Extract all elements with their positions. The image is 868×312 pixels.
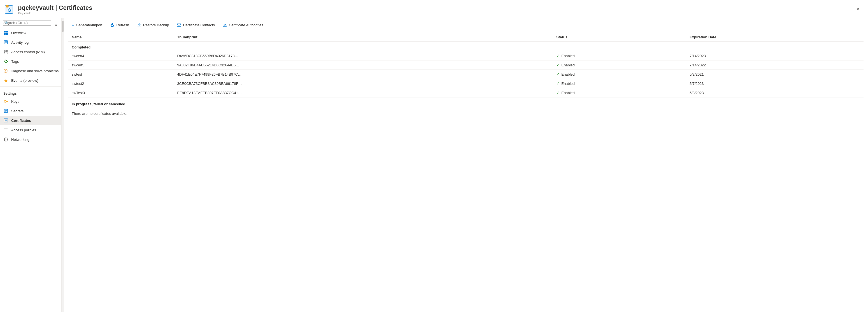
- diagnose-icon: [3, 68, 8, 73]
- sidebar-item-keys[interactable]: Keys: [0, 97, 61, 106]
- settings-section-title: Settings: [0, 88, 61, 97]
- cert-status-4: ✓ Enabled: [553, 88, 686, 97]
- toolbar: + Generate/Import Refresh Restore Backup: [64, 18, 868, 32]
- cert-status-label-2: Enabled: [561, 72, 575, 76]
- app-header: pqckeyvault | Certificates Key vault ×: [0, 0, 868, 18]
- col-status: Status: [553, 32, 686, 42]
- sidebar: 🔍 « Overview Activity log: [0, 18, 62, 312]
- sidebar-item-activity-log-label: Activity log: [11, 40, 29, 44]
- col-expiration: Expiration Date: [686, 32, 864, 42]
- sidebar-item-networking[interactable]: Networking: [0, 135, 61, 144]
- table-row[interactable]: swtest 4DF41E04E7F7499F26FB7B14B97C… ✓ E…: [68, 70, 864, 79]
- cert-expiration-4: 5/8/2023: [686, 88, 864, 97]
- collapse-button[interactable]: «: [51, 20, 60, 29]
- refresh-label: Refresh: [116, 23, 129, 27]
- svg-rect-30: [4, 119, 8, 122]
- refresh-icon: [110, 22, 115, 27]
- sidebar-nav: Overview Activity log Access control (IA…: [0, 28, 61, 312]
- cert-status-0: ✓ Enabled: [553, 51, 686, 61]
- sidebar-item-events-label: Events (preview): [11, 79, 38, 83]
- col-name: Name: [68, 32, 174, 42]
- cert-name-2: swtest: [68, 70, 174, 79]
- page-title: pqckeyvault | Certificates: [18, 4, 92, 11]
- generate-import-label: Generate/Import: [76, 23, 102, 27]
- svg-rect-8: [6, 33, 8, 35]
- overview-icon: [3, 30, 8, 35]
- table-header-row: Name Thumbprint Status Expiration Date: [68, 32, 864, 42]
- certificate-authorities-label: Certificate Authorities: [229, 23, 263, 27]
- table-row[interactable]: swtest2 3CE0CBA73CFBB8AC39BEA66178F… ✓ E…: [68, 79, 864, 88]
- svg-marker-20: [4, 79, 8, 82]
- sidebar-scrollbar[interactable]: [62, 18, 64, 312]
- cert-thumbprint-3: 3CE0CBA73CFBB8AC39BEA66178F…: [174, 79, 553, 88]
- certificate-contacts-button[interactable]: Certificate Contacts: [174, 21, 218, 29]
- svg-rect-6: [6, 31, 8, 32]
- cert-expiration-3: 5/7/2023: [686, 79, 864, 88]
- sidebar-item-networking-label: Networking: [11, 137, 29, 142]
- cert-status-label-1: Enabled: [561, 63, 575, 67]
- keys-icon: [3, 99, 8, 104]
- sidebar-item-diagnose-label: Diagnose and solve problems: [11, 69, 59, 73]
- sidebar-item-diagnose[interactable]: Diagnose and solve problems: [0, 66, 61, 75]
- certificate-contacts-label: Certificate Contacts: [183, 23, 215, 27]
- table-row[interactable]: swcert5 9A332F86D4AC55214D6C32644E5… ✓ E…: [68, 61, 864, 70]
- sidebar-item-tags[interactable]: Tags: [0, 57, 61, 66]
- scroll-thumb: [62, 21, 64, 32]
- events-icon: [3, 78, 8, 83]
- restore-backup-button[interactable]: Restore Backup: [133, 21, 173, 29]
- check-icon-2: ✓: [556, 72, 560, 76]
- cert-name-1: swcert5: [68, 61, 174, 70]
- table-row[interactable]: swcert4 D4A6DC818CB569B8D4326D3173… ✓ En…: [68, 51, 864, 61]
- sidebar-item-access-policies[interactable]: Access policies: [0, 125, 61, 135]
- close-button[interactable]: ×: [854, 5, 862, 14]
- cert-expiration-1: 7/14/2022: [686, 61, 864, 70]
- certificates-table: Name Thumbprint Status Expiration Date C…: [68, 32, 864, 119]
- sidebar-item-keys-label: Keys: [11, 99, 19, 104]
- certificate-authorities-button[interactable]: Certificate Authorities: [219, 21, 267, 29]
- certificates-icon: [3, 118, 8, 123]
- activity-log-icon: [3, 40, 8, 45]
- search-wrap: 🔍: [3, 20, 59, 26]
- col-thumbprint: Thumbprint: [174, 32, 553, 42]
- cert-thumbprint-2: 4DF41E04E7F7499F26FB7B14B97C…: [174, 70, 553, 79]
- svg-point-21: [4, 100, 6, 102]
- sidebar-item-overview[interactable]: Overview: [0, 28, 61, 37]
- main-content: + Generate/Import Refresh Restore Backup: [64, 18, 868, 312]
- refresh-button[interactable]: Refresh: [107, 21, 132, 29]
- svg-rect-7: [4, 33, 6, 35]
- check-icon-4: ✓: [556, 90, 560, 95]
- in-progress-section-header: In progress, failed or cancelled: [68, 97, 864, 108]
- key-vault-icon: [4, 4, 14, 14]
- svg-rect-1: [6, 5, 8, 7]
- svg-rect-4: [10, 10, 11, 11]
- svg-rect-5: [4, 31, 6, 32]
- search-input[interactable]: [3, 20, 51, 26]
- sidebar-item-secrets[interactable]: Secrets: [0, 106, 61, 116]
- sidebar-top: 🔍 «: [0, 18, 61, 28]
- search-icon: 🔍: [5, 21, 9, 25]
- sidebar-item-activity-log[interactable]: Activity log: [0, 37, 61, 47]
- sidebar-item-certificates[interactable]: Certificates: [0, 116, 61, 125]
- cert-thumbprint-1: 9A332F86D4AC55214D6C32644E5…: [174, 61, 553, 70]
- certificate-contacts-icon: [177, 22, 181, 27]
- sidebar-item-access-control[interactable]: Access control (IAM): [0, 47, 61, 57]
- networking-icon: [3, 137, 8, 142]
- sidebar-item-tags-label: Tags: [11, 59, 19, 64]
- sidebar-item-events[interactable]: Events (preview): [0, 75, 61, 85]
- sidebar-item-secrets-label: Secrets: [11, 109, 24, 113]
- check-icon-0: ✓: [556, 54, 560, 58]
- cert-thumbprint-4: EE9DEA13EAFEB807FE0A837CC41…: [174, 88, 553, 97]
- table-area: Name Thumbprint Status Expiration Date C…: [64, 32, 868, 312]
- sidebar-item-certificates-label: Certificates: [11, 119, 31, 123]
- no-certs-row: There are no certificates available.: [68, 108, 864, 119]
- restore-backup-icon: [137, 22, 142, 27]
- sidebar-item-access-control-label: Access control (IAM): [11, 50, 45, 54]
- cert-status-label-3: Enabled: [561, 82, 575, 86]
- nav-divider: [0, 86, 61, 87]
- generate-import-button[interactable]: + Generate/Import: [68, 21, 105, 29]
- cert-status-2: ✓ Enabled: [553, 70, 686, 79]
- completed-section-header: Completed: [68, 42, 864, 51]
- table-row[interactable]: swTest3 EE9DEA13EAFEB807FE0A837CC41… ✓ E…: [68, 88, 864, 97]
- cert-name-0: swcert4: [68, 51, 174, 61]
- tags-icon: [3, 59, 8, 64]
